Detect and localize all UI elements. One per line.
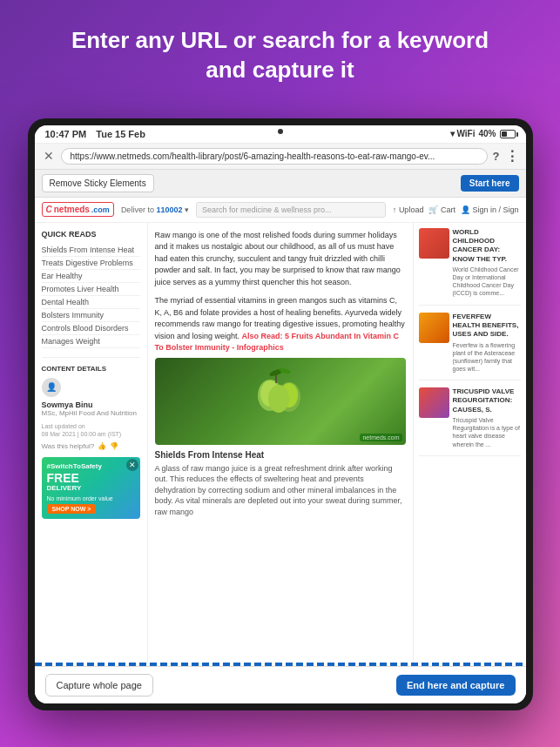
browser-help-icon[interactable]: ?	[493, 150, 500, 163]
upload-link[interactable]: ↑ Upload	[393, 205, 424, 214]
svg-point-6	[268, 385, 289, 413]
upload-icon: ↑	[393, 205, 397, 214]
wifi-icon: ▾ WiFi	[450, 129, 476, 138]
quick-read-item[interactable]: Shields From Intense Heat	[42, 244, 140, 257]
quick-reads-list: Shields From Intense HeatTreats Digestiv…	[42, 244, 140, 348]
url-text: https://www.netmeds.com/health-library/p…	[71, 151, 435, 161]
browser-close-btn[interactable]: ✕	[42, 149, 56, 163]
remove-sticky-button[interactable]: Remove Sticky Elements	[42, 174, 154, 192]
thumbs-down-icon[interactable]: 👎	[110, 442, 118, 450]
netmeds-watermark: netmeds.com	[360, 434, 401, 441]
browser-menu-icon[interactable]: ⋮	[505, 148, 519, 165]
thumbs-up-icon[interactable]: 👍	[98, 442, 106, 450]
side-article-image	[419, 313, 449, 343]
bottom-bar: Capture whole page End here and capture	[35, 666, 526, 703]
battery-icon	[500, 130, 516, 138]
url-bar[interactable]: https://www.netmeds.com/health-library/p…	[61, 148, 488, 165]
author-name: Sowmya Binu	[42, 400, 140, 409]
header-actions: ↑ Upload 🛒 Cart 👤 Sign in / Sign	[393, 205, 519, 214]
cart-link[interactable]: 🛒 Cart	[428, 205, 455, 214]
device-frame: 10:47 PM Tue 15 Feb ▾ WiFi 40% ✕ https:/…	[28, 118, 533, 710]
author-avatar: 👤	[42, 378, 61, 397]
article-section-title: Shields From Intense Heat	[155, 450, 406, 460]
netmeds-header: C netmeds .com Deliver to 110002 ▾ Searc…	[35, 198, 526, 223]
netmeds-logo[interactable]: C netmeds .com	[42, 202, 114, 217]
signin-link[interactable]: 👤 Sign in / Sign	[461, 205, 519, 214]
article-section-body: A glass of raw mango juice is a great re…	[155, 463, 406, 518]
side-article-title: FEVERFEW HEALTH BENEFITS, USES AND SIDE.	[453, 313, 521, 340]
article-vitamins: The myriad of essential vitamins in gree…	[155, 295, 406, 354]
extension-bar: Remove Sticky Elements Start here	[35, 170, 526, 198]
side-article[interactable]: TRICUSPID VALVE REGURGITATION: CAUSES, S…	[419, 387, 521, 456]
battery-text: 40%	[478, 129, 496, 138]
ad-close-btn[interactable]: ✕	[126, 459, 138, 471]
content-details-section: CONTENT DETAILS 👤 Sowmya Binu MSc, MpHil…	[42, 357, 140, 451]
quick-reads-title: QUICK READS	[42, 230, 140, 239]
capture-whole-button[interactable]: Capture whole page	[45, 674, 153, 697]
ad-banner: ✕ #SwitchToSafety FREE DELIVERY No minim…	[42, 457, 140, 519]
page-content: C netmeds .com Deliver to 110002 ▾ Searc…	[35, 198, 526, 663]
headline-line1: Enter any URL or search for a keyword	[71, 27, 489, 53]
search-bar[interactable]: Search for medicine & wellness pro...	[196, 202, 386, 218]
side-article-title: WORLD CHILDHOOD CANCER DAY: KNOW THE TYP…	[453, 228, 521, 265]
headline: Enter any URL or search for a keyword an…	[54, 26, 506, 103]
end-capture-button[interactable]: End here and capture	[396, 675, 515, 696]
quick-read-item[interactable]: Promotes Liver Health	[42, 283, 140, 296]
left-sidebar: QUICK READS Shields From Intense HeatTre…	[35, 223, 148, 663]
side-article-title: TRICUSPID VALVE REGURGITATION: CAUSES, S…	[453, 387, 521, 414]
article-intro: Raw mango is one of the most relished fo…	[155, 230, 406, 289]
side-article[interactable]: WORLD CHILDHOOD CANCER DAY: KNOW THE TYP…	[419, 228, 521, 306]
right-sidebar: WORLD CHILDHOOD CANCER DAY: KNOW THE TYP…	[413, 223, 526, 663]
ad-hashtag: #SwitchToSafety	[47, 462, 135, 470]
browser-bar: ✕ https://www.netmeds.com/health-library…	[35, 144, 526, 170]
headline-line2: and capture it	[206, 57, 354, 83]
side-article-excerpt: Tricuspid Valve Regurgitation is a type …	[453, 416, 521, 448]
author-cred: MSc, MpHil Food And Nutrition	[42, 409, 140, 417]
last-updated: Last updated on 08 Mar 2021 | 00:00 am (…	[42, 422, 140, 440]
center-content: Raw mango is one of the most relished fo…	[148, 223, 413, 663]
status-day: Tue 15 Feb	[96, 129, 145, 139]
camera-dot	[278, 129, 283, 134]
side-article-image	[419, 228, 449, 259]
shop-now-button[interactable]: SHOP NOW >	[47, 504, 97, 514]
quick-read-item[interactable]: Bolsters Immunity	[42, 309, 140, 322]
quick-read-item[interactable]: Dental Health	[42, 296, 140, 309]
mango-svg	[246, 362, 315, 423]
mango-image: netmeds.com	[155, 358, 406, 445]
cart-icon: 🛒	[428, 205, 438, 214]
side-article-image	[419, 387, 449, 418]
device-screen: 10:47 PM Tue 15 Feb ▾ WiFi 40% ✕ https:/…	[35, 125, 526, 703]
search-placeholder: Search for medicine & wellness pro...	[202, 205, 332, 214]
side-article-excerpt: Feverfew is a flowering plant of the Ast…	[453, 341, 521, 373]
helpful-row: Was this helpful? 👍 👎	[42, 442, 140, 450]
main-area: QUICK READS Shields From Intense HeatTre…	[35, 223, 526, 663]
status-time: 10:47 PM	[45, 129, 87, 139]
ad-free-label: FREE	[47, 472, 135, 484]
quick-read-item[interactable]: Treats Digestive Problems	[42, 257, 140, 270]
quick-read-item[interactable]: Controls Blood Disorders	[42, 322, 140, 335]
side-article[interactable]: FEVERFEW HEALTH BENEFITS, USES AND SIDE.…	[419, 313, 521, 381]
ad-delivery-label: DELIVERY	[47, 484, 135, 492]
start-hero-button[interactable]: Start here	[461, 175, 519, 192]
deliver-to: Deliver to 110002 ▾	[121, 205, 189, 214]
user-icon: 👤	[461, 205, 470, 214]
quick-read-item[interactable]: Ear Healthy	[42, 270, 140, 283]
content-details-title: CONTENT DETAILS	[42, 365, 140, 373]
side-article-excerpt: World Childhood Cancer Day or Internatio…	[453, 266, 521, 297]
ad-minimum-label: No minimum order value	[47, 495, 135, 501]
quick-read-item[interactable]: Manages Weight	[42, 335, 140, 348]
